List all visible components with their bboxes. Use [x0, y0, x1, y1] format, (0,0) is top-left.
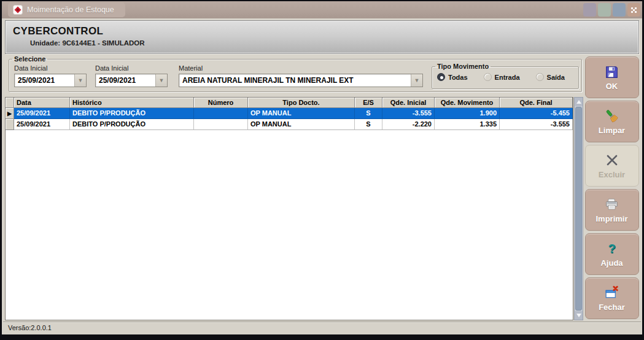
ajuda-button[interactable]: ? Ajuda	[585, 233, 639, 275]
arrow-down-icon	[576, 314, 581, 317]
cell-tipo-docto[interactable]: OP MANUAL	[248, 108, 355, 119]
status-bar: Versão:2.0.0.1	[3, 322, 641, 334]
app-window: Moimentação de Estoque CYBERCONTROL Unid…	[0, 0, 644, 340]
cell-qde-final[interactable]: -3.555	[500, 119, 573, 130]
grid-vertical-scrollbar[interactable]	[574, 97, 583, 320]
date-start-field: Data Inicial 25/09/2021 ▼	[14, 64, 87, 87]
grid-indicator-header	[6, 98, 14, 108]
imprimir-button[interactable]: Imprimir	[585, 189, 639, 231]
app-name: CYBERCONTROL	[13, 25, 638, 37]
col-header-es[interactable]: E/S	[355, 98, 382, 108]
grid-row[interactable]: 25/09/2021 DEBITO P/PRODUÇÃO OP MANUAL S…	[6, 119, 573, 130]
filter-group-label: Selecione	[12, 55, 47, 63]
movement-type-label: Tipo Movimento	[435, 63, 491, 70]
col-header-historico[interactable]: Histórico	[70, 98, 194, 108]
ajuda-button-label: Ajuda	[600, 258, 623, 268]
col-header-data[interactable]: Data	[14, 98, 70, 108]
scrollbar-thumb[interactable]	[575, 107, 582, 311]
chevron-down-icon: ▼	[414, 78, 420, 83]
cell-es[interactable]: S	[355, 119, 382, 130]
col-header-tipo-docto[interactable]: Tipo Docto.	[248, 98, 355, 108]
window-button-2[interactable]	[598, 3, 611, 17]
material-dropdown-button[interactable]: ▼	[411, 74, 422, 87]
cell-data[interactable]: 25/09/2021	[14, 119, 70, 130]
unit-label: Unidade: 9C6144E1 - SIMULADOR	[30, 39, 638, 47]
fechar-button-label: Fechar	[599, 303, 625, 312]
col-header-numero[interactable]: Número	[194, 98, 248, 108]
radio-icon	[437, 73, 445, 81]
col-header-qde-final[interactable]: Qde. Final	[500, 98, 573, 108]
delete-x-icon	[605, 152, 619, 168]
imprimir-button-label: Imprimir	[596, 214, 627, 223]
movement-type-group: Tipo Movimento Todas Entrada Saída	[432, 63, 579, 89]
window-controls	[583, 3, 640, 17]
cell-tipo-docto[interactable]: OP MANUAL	[248, 119, 355, 130]
date-start-dropdown-button[interactable]: ▼	[74, 74, 86, 87]
limpar-button-label: Limpar	[599, 126, 625, 135]
row-indicator: ▶	[6, 108, 14, 119]
arrow-up-icon	[576, 100, 581, 104]
chevron-down-icon: ▼	[78, 78, 83, 83]
ok-button[interactable]: OK	[585, 56, 639, 98]
cell-qde-inicial[interactable]: -3.555	[382, 108, 435, 119]
radio-entrada[interactable]: Entrada	[484, 73, 520, 81]
action-sidebar: OK Limpar	[583, 56, 640, 322]
scroll-up-button[interactable]	[575, 98, 583, 106]
clean-brush-icon	[604, 108, 619, 124]
window-close-button[interactable]	[627, 3, 640, 17]
grid-row[interactable]: ▶ 25/09/2021 DEBITO P/PRODUÇÃO OP MANUAL…	[6, 108, 573, 119]
cell-data[interactable]: 25/09/2021	[14, 108, 70, 119]
help-question-icon: ?	[608, 241, 615, 257]
fechar-button[interactable]: Fechar	[585, 277, 639, 319]
col-header-qde-movimento[interactable]: Qde. Movimento	[435, 98, 500, 108]
window-button-1[interactable]	[583, 3, 596, 17]
radio-icon	[484, 73, 492, 81]
cell-qde-movimento[interactable]: 1.900	[435, 108, 500, 119]
date-end-dropdown-button[interactable]: ▼	[155, 74, 167, 87]
limpar-button[interactable]: Limpar	[585, 101, 639, 142]
date-start-combobox[interactable]: 25/09/2021 ▼	[14, 74, 87, 87]
cell-numero[interactable]	[194, 108, 248, 119]
cell-historico[interactable]: DEBITO P/PRODUÇÃO	[70, 119, 194, 130]
date-end-combobox[interactable]: 25/09/2021 ▼	[95, 74, 168, 87]
version-text: Versão:2.0.0.1	[8, 324, 52, 331]
radio-icon	[536, 73, 544, 81]
app-icon	[13, 5, 23, 15]
material-label: Material	[179, 64, 423, 72]
filter-group: Selecione Data Inicial 25/09/2021 ▼ Data…	[9, 55, 582, 92]
date-start-value[interactable]: 25/09/2021	[15, 74, 74, 87]
radio-saida-label: Saída	[547, 74, 565, 81]
material-field: Material AREIA NATURAL MINERAJIL TN MINE…	[179, 64, 423, 87]
cell-historico[interactable]: DEBITO P/PRODUÇÃO	[70, 108, 194, 119]
cell-qde-movimento[interactable]: 1.335	[435, 119, 500, 130]
row-indicator	[6, 119, 14, 130]
radio-todas-label: Todas	[448, 74, 468, 81]
cell-qde-inicial[interactable]: -2.220	[382, 119, 435, 130]
chevron-down-icon: ▼	[159, 78, 165, 83]
date-end-value[interactable]: 25/09/2021	[96, 74, 155, 87]
printer-icon	[604, 196, 619, 212]
close-icon	[631, 7, 637, 13]
cell-qde-final[interactable]: -5.455	[500, 108, 573, 119]
radio-saida[interactable]: Saída	[536, 73, 565, 81]
window-titlebar: Moimentação de Estoque	[2, 1, 642, 18]
close-window-icon	[604, 285, 619, 301]
titlebar-tab: Moimentação de Estoque	[8, 2, 125, 17]
stock-movements-grid: Data Histórico Número Tipo Docto. E/S Qd…	[5, 97, 573, 320]
date-end-field: Data Inicial 25/09/2021 ▼	[95, 64, 168, 87]
scroll-down-button[interactable]	[575, 311, 583, 320]
excluir-button-label: Excluir	[599, 170, 625, 179]
cell-numero[interactable]	[194, 119, 248, 130]
window-button-3[interactable]	[613, 3, 626, 17]
app-header: CYBERCONTROL Unidade: 9C6144E1 - SIMULAD…	[5, 20, 639, 54]
material-combobox[interactable]: AREIA NATURAL MINERAJIL TN MINERAJIL EXT…	[179, 74, 423, 87]
col-header-qde-inicial[interactable]: Qde. Inicial	[382, 98, 435, 108]
radio-entrada-label: Entrada	[495, 74, 520, 81]
material-value[interactable]: AREIA NATURAL MINERAJIL TN MINERAJIL EXT	[179, 74, 411, 87]
radio-todas[interactable]: Todas	[437, 73, 468, 81]
date-end-label: Data Inicial	[95, 64, 168, 72]
save-floppy-icon	[604, 64, 619, 80]
cell-es[interactable]: S	[355, 108, 382, 119]
ok-button-label: OK	[606, 82, 618, 91]
current-row-arrow-icon: ▶	[7, 110, 12, 117]
